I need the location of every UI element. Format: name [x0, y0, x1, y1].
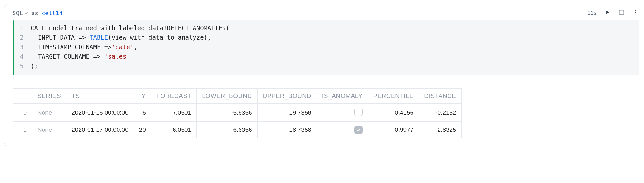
code-line: 5);: [17, 62, 635, 71]
cell-y: 6: [134, 104, 151, 122]
cell-lower: -6.6356: [197, 122, 257, 138]
code-text: TARGET_COLNAME => 'sales': [31, 52, 130, 61]
checkbox-checked-icon[interactable]: [354, 126, 363, 134]
cell-index: 0: [13, 104, 32, 122]
cell-percentile: 0.4156: [368, 104, 419, 122]
svg-point-3: [635, 12, 636, 13]
run-button[interactable]: [604, 9, 611, 16]
code-text: INPUT_DATA => TABLE(view_with_data_to_an…: [31, 33, 211, 42]
cell-distance: 2.8325: [419, 122, 461, 138]
line-number: 3: [17, 43, 31, 52]
results-table: SERIES TS Y FORECAST LOWER_BOUND UPPER_B…: [13, 88, 462, 138]
code-line: 4 TARGET_COLNAME => 'sales': [17, 52, 635, 61]
cell-header-left: SQL as cell14: [13, 10, 62, 16]
panel-bottom-icon: [618, 9, 625, 17]
cell-header-right: 11s: [587, 9, 639, 16]
cell-percentile: 0.9977: [368, 122, 419, 138]
code-line: 1CALL model_trained_with_labeled_data!DE…: [17, 24, 635, 33]
cell-forecast: 7.0501: [151, 104, 196, 122]
results-panel: SERIES TS Y FORECAST LOWER_BOUND UPPER_B…: [13, 88, 639, 138]
cell-series: None: [32, 122, 66, 138]
column-header-distance[interactable]: DISTANCE: [419, 89, 461, 104]
more-button[interactable]: [632, 9, 639, 16]
play-icon: [604, 9, 611, 17]
line-number: 2: [17, 33, 31, 42]
code-text: TIMESTAMP_COLNAME =>'date',: [31, 43, 137, 52]
column-header-forecast[interactable]: FORECAST: [151, 89, 196, 104]
cell-y: 20: [134, 122, 151, 138]
column-header-anomaly[interactable]: IS_ANOMALY: [317, 89, 368, 104]
line-number: 5: [17, 62, 31, 71]
layout-button[interactable]: [618, 9, 625, 16]
column-header-y[interactable]: Y: [134, 89, 151, 104]
column-header-ts[interactable]: TS: [66, 89, 134, 104]
cell-is-anomaly: [317, 122, 368, 138]
table-row[interactable]: 1None2020-01-17 00:00:00206.0501-6.63561…: [13, 122, 462, 138]
code-line: 3 TIMESTAMP_COLNAME =>'date',: [17, 43, 635, 52]
cell-upper: 18.7358: [257, 122, 317, 138]
notebook-cell: SQL as cell14 11s: [4, 4, 644, 146]
cell-distance: -0.2132: [419, 104, 461, 122]
code-text: );: [31, 62, 38, 71]
svg-point-4: [635, 14, 636, 14]
code-text: CALL model_trained_with_labeled_data!DET…: [31, 24, 230, 33]
chevron-down-icon: [24, 10, 28, 16]
column-header-series[interactable]: SERIES: [32, 89, 66, 104]
cell-series: None: [32, 104, 66, 122]
code-line: 2 INPUT_DATA => TABLE(view_with_data_to_…: [17, 33, 635, 42]
column-header-lower[interactable]: LOWER_BOUND: [197, 89, 257, 104]
column-header-index[interactable]: [13, 89, 32, 104]
cell-lower: -5.6356: [197, 104, 257, 122]
cell-is-anomaly: [317, 104, 368, 122]
cell-ts: 2020-01-16 00:00:00: [66, 104, 134, 122]
column-header-percentile[interactable]: PERCENTILE: [368, 89, 419, 104]
svg-point-2: [635, 10, 636, 11]
cell-header: SQL as cell14 11s: [13, 9, 639, 16]
as-label: as: [32, 10, 39, 16]
line-number: 1: [17, 24, 31, 33]
cell-index: 1: [13, 122, 32, 138]
cell-ts: 2020-01-17 00:00:00: [66, 122, 134, 138]
cell-name[interactable]: cell14: [42, 10, 62, 16]
svg-rect-0: [619, 10, 624, 14]
cell-upper: 19.7358: [257, 104, 317, 122]
code-editor[interactable]: 1CALL model_trained_with_labeled_data!DE…: [13, 20, 639, 75]
table-row[interactable]: 0None2020-01-16 00:00:0067.0501-5.635619…: [13, 104, 462, 122]
elapsed-time: 11s: [587, 10, 597, 16]
checkbox-unchecked-icon[interactable]: [354, 108, 363, 116]
cell-forecast: 6.0501: [151, 122, 196, 138]
language-select[interactable]: SQL: [13, 10, 28, 16]
line-number: 4: [17, 52, 31, 61]
kebab-icon: [632, 9, 639, 17]
column-header-upper[interactable]: UPPER_BOUND: [257, 89, 317, 104]
language-label: SQL: [13, 10, 23, 16]
